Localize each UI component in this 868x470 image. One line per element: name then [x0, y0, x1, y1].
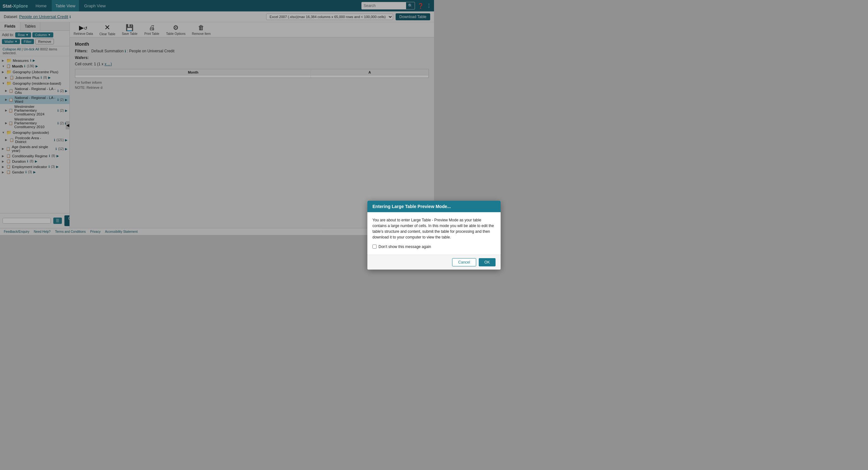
- modal-body: You are about to enter Large Table - Pre…: [367, 212, 434, 235]
- modal-overlay: Entering Large Table Preview Mode... You…: [0, 0, 434, 235]
- modal-header: Entering Large Table Preview Mode...: [367, 201, 434, 212]
- modal-dialog: Entering Large Table Preview Mode... You…: [367, 201, 434, 235]
- modal-body-text: You are about to enter Large Table - Pre…: [372, 217, 434, 235]
- modal-title: Entering Large Table Preview Mode...: [372, 204, 434, 209]
